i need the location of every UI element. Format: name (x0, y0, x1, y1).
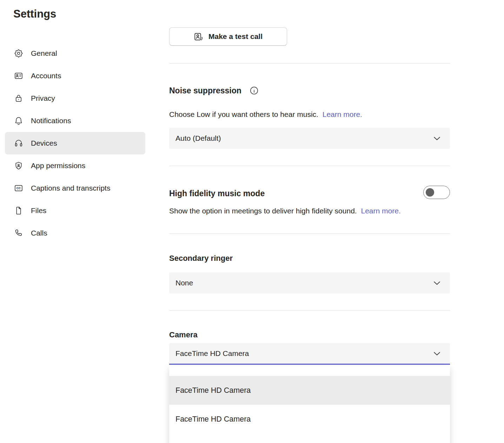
sidebar-item-label: Notifications (31, 117, 71, 125)
sidebar-item-calls[interactable]: Calls (5, 222, 145, 244)
shield-person-icon (14, 161, 23, 170)
bell-icon (14, 116, 23, 125)
lock-icon (14, 94, 23, 103)
closed-captions-icon: CC (14, 184, 23, 193)
divider (169, 310, 450, 311)
secondary-ringer-value: None (175, 279, 193, 287)
noise-suppression-header: Noise suppression (169, 86, 259, 95)
sidebar-item-label: Calls (31, 229, 47, 237)
sidebar-item-notifications[interactable]: Notifications (5, 110, 145, 132)
toggle-knob (426, 188, 434, 197)
camera-value: FaceTime HD Camera (175, 349, 249, 358)
page-title: Settings (13, 8, 56, 20)
noise-suppression-description: Choose Low if you want others to hear mu… (169, 110, 362, 119)
camera-dropdown[interactable]: FaceTime HD Camera (169, 343, 450, 365)
test-call-label: Make a test call (208, 32, 263, 41)
sidebar-item-label: Files (31, 206, 46, 215)
noise-suppression-title: Noise suppression (169, 86, 241, 95)
test-call-icon (194, 32, 203, 41)
divider (169, 166, 450, 166)
sidebar-item-files[interactable]: Files (5, 199, 145, 222)
chevron-down-icon (432, 133, 442, 144)
info-icon[interactable] (249, 86, 259, 95)
divider (169, 233, 450, 234)
chevron-down-icon (432, 278, 442, 288)
camera-option[interactable]: FaceTime HD Camera (169, 405, 450, 434)
noise-suppression-value: Auto (Default) (175, 134, 221, 143)
sidebar-item-captions-and-transcripts[interactable]: CC Captions and transcripts (5, 177, 145, 199)
devices-settings-panel: Make a test call Noise suppression Choos… (169, 0, 450, 443)
sidebar-item-accounts[interactable]: Accounts (5, 65, 145, 87)
secondary-ringer-title: Secondary ringer (169, 254, 233, 263)
sidebar-item-label: Devices (31, 139, 57, 147)
noise-learn-more-link[interactable]: Learn more. (323, 110, 362, 118)
sidebar-item-general[interactable]: General (5, 42, 145, 65)
headset-icon (14, 139, 23, 148)
file-icon (14, 206, 23, 215)
camera-dropdown-menu: FaceTime HD Camera FaceTime HD Camera (169, 366, 450, 443)
divider (169, 63, 450, 64)
description-text: Choose Low if you want others to hear mu… (169, 110, 318, 118)
sidebar-item-label: General (31, 49, 57, 58)
camera-title: Camera (169, 330, 198, 339)
svg-text:CC: CC (16, 186, 21, 190)
description-text: Show the option in meetings to deliver h… (169, 207, 357, 215)
chevron-down-icon (432, 348, 442, 359)
sidebar-item-label: Captions and transcripts (31, 184, 110, 192)
gear-icon (14, 49, 23, 58)
sidebar-item-label: App permissions (31, 161, 85, 170)
noise-suppression-dropdown[interactable]: Auto (Default) (169, 128, 450, 149)
secondary-ringer-dropdown[interactable]: None (169, 272, 450, 293)
high-fidelity-description: Show the option in meetings to deliver h… (169, 207, 401, 215)
hifi-learn-more-link[interactable]: Learn more. (361, 207, 401, 215)
sidebar-item-app-permissions[interactable]: App permissions (5, 154, 145, 177)
sidebar-item-label: Privacy (31, 94, 55, 103)
camera-option[interactable]: FaceTime HD Camera (169, 376, 450, 405)
sidebar-item-devices[interactable]: Devices (5, 132, 145, 154)
contact-card-icon (14, 71, 23, 80)
settings-nav: General Accounts Privacy Notifications D (5, 42, 145, 244)
high-fidelity-toggle[interactable] (423, 186, 450, 199)
phone-icon (14, 229, 23, 238)
settings-page: Settings General Accounts Privacy Notifi… (0, 0, 504, 443)
make-test-call-button[interactable]: Make a test call (169, 27, 287, 46)
sidebar-item-privacy[interactable]: Privacy (5, 87, 145, 110)
sidebar-item-label: Accounts (31, 72, 61, 80)
high-fidelity-title: High fidelity music mode (169, 189, 265, 198)
